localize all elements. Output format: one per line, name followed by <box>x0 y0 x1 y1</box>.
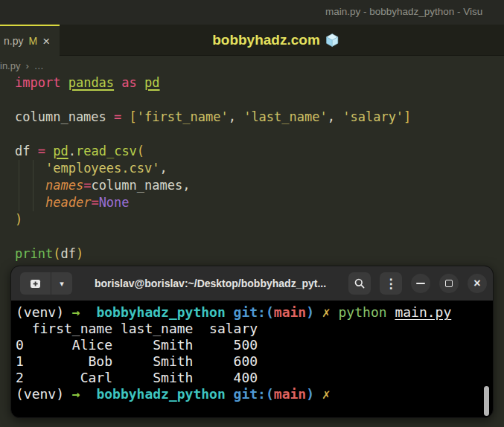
terminal-line[interactable]: 0 Alice Smith 500 <box>16 337 493 353</box>
token <box>15 161 45 176</box>
token: ) <box>15 212 22 227</box>
token: bobbyhadz_python <box>96 304 225 320</box>
token: pd <box>144 75 159 90</box>
new-tab-dropdown[interactable]: ▾ <box>51 272 72 295</box>
terminal-actions: ⋮ × <box>348 272 487 295</box>
token: python <box>339 304 395 320</box>
token: [ <box>130 109 137 124</box>
terminal-line[interactable]: (venv) → bobbyhadz_python git:(main) ✗ <box>16 386 493 402</box>
breadcrumb-separator-icon: › <box>25 60 28 71</box>
code-line[interactable] <box>15 126 411 143</box>
token <box>45 144 53 158</box>
code-line[interactable]: names=column_names, <box>15 177 411 194</box>
token: df <box>15 144 30 158</box>
token: bobbyhadz_python <box>96 386 225 402</box>
token: 0 Alice Smith 500 <box>16 337 258 353</box>
token: ] <box>403 109 411 124</box>
close-button[interactable]: × <box>468 274 487 293</box>
breadcrumb-more[interactable]: … <box>34 60 44 71</box>
code-line[interactable]: print(df) <box>15 245 411 263</box>
new-tab-button[interactable] <box>20 272 51 295</box>
token: = <box>114 109 121 124</box>
code-line[interactable]: header=None <box>15 194 411 211</box>
token: ) <box>76 246 83 261</box>
code-line[interactable]: ) <box>15 211 411 228</box>
tab-main-py[interactable]: n.py M × <box>0 25 60 56</box>
token: ( <box>137 144 144 158</box>
terminal-line[interactable]: 2 Carl Smith 400 <box>16 370 493 386</box>
menu-button[interactable]: ⋮ <box>380 272 402 295</box>
editor-tabstrip: n.py M × bobbyhadz.com <box>0 25 504 56</box>
token: print <box>15 246 53 261</box>
token: git:( <box>234 304 274 320</box>
code-line[interactable]: 'employees.csv', <box>15 160 411 177</box>
token <box>121 109 129 124</box>
token: → <box>72 386 97 402</box>
token: 'first_name' <box>137 109 229 124</box>
code-line[interactable]: column_names = ['first_name', 'last_name… <box>15 109 411 126</box>
terminal-line[interactable]: first_name last_name salary <box>16 321 493 337</box>
search-icon <box>354 277 366 289</box>
token <box>137 75 144 90</box>
terminal-scrollbar[interactable] <box>484 386 489 416</box>
token: , <box>328 109 342 124</box>
terminal-titlebar[interactable]: ▾ borislav@borislav:~/Desktop/bobbyhadz_… <box>11 266 493 301</box>
breadcrumb-file[interactable]: in.py <box>0 60 20 71</box>
terminal-window: ▾ borislav@borislav:~/Desktop/bobbyhadz_… <box>10 266 494 418</box>
search-button[interactable] <box>348 272 371 295</box>
watermark: bobbyhadz.com <box>212 25 339 56</box>
token <box>15 195 45 210</box>
code-line[interactable]: import pandas as pd <box>15 74 411 92</box>
token <box>15 178 45 193</box>
minimize-button[interactable] <box>411 274 430 293</box>
close-icon: × <box>473 277 480 289</box>
token: column_names <box>15 109 106 124</box>
token: 1 Bob Smith 600 <box>16 353 258 369</box>
terminal-output[interactable]: (venv) → bobbyhadz_python git:(main) ✗ p… <box>11 301 493 418</box>
token: read_csv <box>76 144 137 158</box>
token: header <box>45 195 91 210</box>
token: ) <box>306 304 322 320</box>
minimize-icon <box>416 283 425 284</box>
token: → <box>72 304 97 320</box>
code-line[interactable] <box>15 92 411 109</box>
token: as <box>121 75 136 90</box>
token: import <box>15 75 60 90</box>
indent-guide <box>19 160 19 211</box>
new-tab-split-button: ▾ <box>20 272 72 295</box>
maximize-icon <box>445 280 453 287</box>
token: = <box>38 144 45 158</box>
indent-guide <box>33 160 34 211</box>
token <box>60 75 68 90</box>
token: main <box>274 304 306 320</box>
window-title: main.py - bobbyhadz_python - Visu <box>325 6 482 17</box>
watermark-text: bobbyhadz.com <box>212 32 320 48</box>
kebab-menu-icon: ⋮ <box>385 276 398 292</box>
token: main <box>274 386 306 402</box>
token: 'salary' <box>342 109 403 124</box>
token <box>106 109 114 124</box>
tab-label: n.py <box>4 35 23 47</box>
new-tab-icon <box>29 278 42 289</box>
token: = <box>91 195 98 210</box>
tab-close-icon[interactable]: × <box>42 35 50 48</box>
token: names <box>45 178 83 193</box>
terminal-line[interactable]: (venv) → bobbyhadz_python git:(main) ✗ p… <box>16 304 493 321</box>
token: (venv) <box>16 304 72 320</box>
token: , <box>182 178 190 193</box>
token: , <box>229 109 243 124</box>
maximize-button[interactable] <box>439 274 459 293</box>
terminal-line[interactable]: 1 Bob Smith 600 <box>16 353 493 370</box>
editor-code[interactable]: import pandas as pd column_names = ['fir… <box>15 74 411 263</box>
code-line[interactable]: df = pd.read_csv( <box>15 143 411 160</box>
token: . <box>68 144 76 158</box>
token: , <box>159 161 167 176</box>
ice-cube-icon <box>325 33 339 48</box>
code-line[interactable] <box>15 228 411 245</box>
tab-modified-badge: M <box>28 35 37 47</box>
token <box>114 75 121 90</box>
token <box>226 304 234 320</box>
token: (venv) <box>16 386 72 402</box>
token: first_name last_name salary <box>16 321 258 336</box>
token: ✗ <box>322 304 339 320</box>
